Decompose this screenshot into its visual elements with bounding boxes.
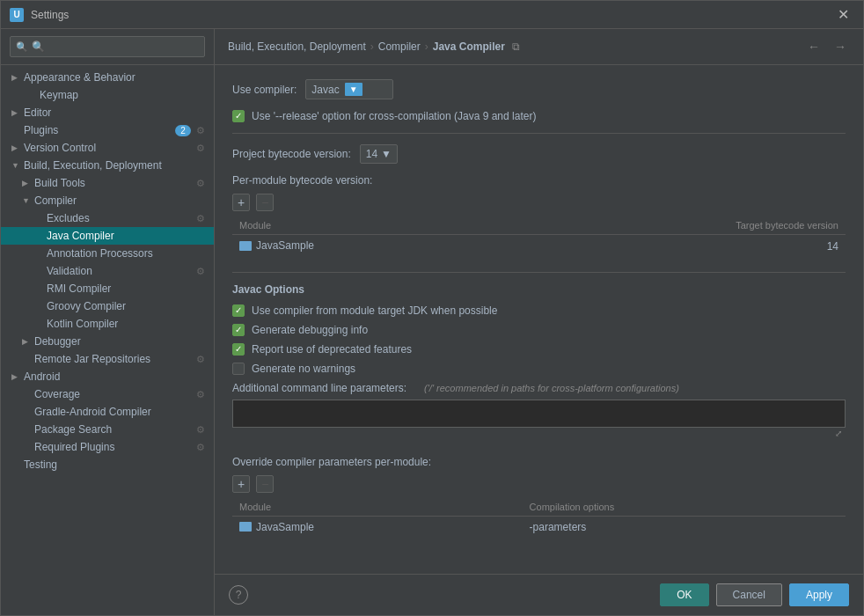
window-title: Settings (31, 9, 832, 21)
override-module-name: JavaSample (256, 521, 314, 533)
cmd-params-input[interactable] (232, 400, 846, 428)
sidebar-item-coverage[interactable]: Coverage ⚙ (1, 385, 214, 403)
sidebar-item-label: Version Control (24, 142, 96, 154)
sidebar-item-plugins[interactable]: Plugins 2 ⚙ (1, 121, 214, 139)
sidebar-item-build-tools[interactable]: ▶ Build Tools ⚙ (1, 174, 214, 192)
sidebar-item-remote-jar[interactable]: Remote Jar Repositories ⚙ (1, 350, 214, 368)
sidebar-item-required-plugins[interactable]: Required Plugins ⚙ (1, 438, 214, 456)
sidebar-item-debugger[interactable]: ▶ Debugger (1, 333, 214, 350)
bytecode-version-select[interactable]: 14 ▼ (360, 144, 398, 164)
cross-compile-label: Use '--release' option for cross-compila… (252, 110, 536, 122)
sidebar-item-gradle-android[interactable]: Gradle-Android Compiler (1, 403, 214, 421)
breadcrumb-current: Java Compiler (433, 40, 505, 53)
folder-icon (239, 241, 252, 251)
arrow-icon (34, 214, 43, 223)
override-options-cell: -parameters (523, 516, 846, 539)
cb4-checkbox[interactable] (232, 363, 245, 375)
back-button[interactable]: ← (804, 38, 824, 55)
cb4-label: Generate no warnings (252, 363, 355, 375)
cb1-row: ✓ Use compiler from module target JDK wh… (232, 304, 846, 317)
cross-compile-checkbox[interactable]: ✓ (232, 110, 245, 122)
sidebar-item-testing[interactable]: Testing (1, 456, 214, 473)
close-button[interactable]: ✕ (832, 4, 854, 25)
sidebar-item-excludes[interactable]: Excludes ⚙ (1, 209, 214, 227)
target-cell: 14 (497, 235, 846, 258)
gear-icon: ⚙ (196, 213, 205, 224)
gear-icon: ⚙ (196, 424, 205, 436)
arrow-icon (34, 284, 43, 293)
footer-left: ? (229, 585, 248, 605)
cb1-checkbox[interactable]: ✓ (232, 304, 245, 317)
breadcrumb-actions: ← → (804, 38, 850, 55)
gear-icon: ⚙ (196, 125, 205, 136)
compiler-dropdown-arrow[interactable]: ▼ (345, 83, 362, 96)
breadcrumb-bar: Build, Execution, Deployment › Compiler … (215, 29, 863, 65)
sidebar-item-label: Android (24, 370, 60, 383)
javac-options-title: Javac Options (232, 283, 846, 296)
sidebar-item-keymap[interactable]: Keymap (1, 86, 214, 104)
arrow-icon (34, 249, 43, 258)
sidebar-item-build-execution[interactable]: ▼ Build, Execution, Deployment (1, 157, 214, 174)
sidebar-item-java-compiler[interactable]: Java Compiler (1, 227, 214, 245)
settings-content: Use compiler: Javac ▼ ✓ Use '--release' … (215, 65, 863, 574)
apply-button[interactable]: Apply (789, 583, 849, 606)
cmd-params-row: Additional command line parameters: ('/'… (232, 382, 846, 394)
sidebar-item-label: Java Compiler (47, 230, 114, 242)
sidebar-item-package-search[interactable]: Package Search ⚙ (1, 421, 214, 438)
module-cell: JavaSample (232, 235, 497, 258)
bytecode-version-value: 14 (366, 148, 377, 160)
sidebar-item-label: Build, Execution, Deployment (24, 159, 162, 172)
expand-icon[interactable]: ⤢ (835, 429, 842, 438)
sidebar-item-annotation-processors[interactable]: Annotation Processors (1, 245, 214, 262)
app-icon-letter: U (13, 10, 19, 19)
per-module-header: Per-module bytecode version: (232, 174, 846, 187)
compiler-select[interactable]: Javac ▼ (305, 79, 393, 99)
sidebar-item-label: Annotation Processors (47, 247, 153, 260)
sidebar-item-android[interactable]: ▶ Android (1, 368, 214, 385)
use-compiler-label: Use compiler: (232, 84, 297, 96)
cb3-checkbox[interactable]: ✓ (232, 343, 245, 356)
arrow-icon (34, 231, 43, 240)
sidebar-item-label: Package Search (34, 423, 112, 436)
arrow-icon (11, 460, 20, 469)
help-icon: ? (236, 589, 242, 601)
breadcrumb-sep1: › (370, 40, 374, 53)
sidebar-item-appearance-behavior[interactable]: ▶ Appearance & Behavior (1, 69, 214, 86)
divider1 (232, 133, 846, 134)
plugins-badge: 2 (175, 125, 191, 136)
cb2-label: Generate debugging info (252, 324, 368, 336)
sidebar-item-validation[interactable]: Validation ⚙ (1, 262, 214, 280)
cmd-params-label: Additional command line parameters: (232, 382, 406, 394)
sidebar-item-groovy-compiler[interactable]: Groovy Compiler (1, 297, 214, 315)
sidebar-item-editor[interactable]: ▶ Editor (1, 104, 214, 121)
arrow-icon: ▶ (11, 108, 20, 117)
bytecode-version-row: Project bytecode version: 14 ▼ (232, 144, 846, 164)
arrow-icon: ▶ (11, 143, 20, 152)
arrow-icon: ▶ (22, 179, 31, 187)
gear-icon: ⚙ (196, 266, 205, 277)
checkmark-icon: ✓ (235, 112, 242, 121)
arrow-icon (22, 443, 31, 451)
cb3-row: ✓ Report use of deprecated features (232, 343, 846, 356)
add-override-button[interactable]: + (232, 475, 250, 493)
search-input[interactable] (10, 36, 205, 57)
ok-button[interactable]: OK (660, 583, 708, 606)
cb3-label: Report use of deprecated features (252, 343, 412, 356)
add-module-button[interactable]: + (232, 194, 250, 211)
sidebar-item-label: Build Tools (34, 177, 85, 189)
cancel-button[interactable]: Cancel (716, 583, 782, 606)
arrow-icon (34, 302, 43, 311)
sidebar-item-kotlin-compiler[interactable]: Kotlin Compiler (1, 315, 214, 333)
module-icon-wrap: JavaSample (239, 521, 314, 533)
help-button[interactable]: ? (229, 585, 248, 605)
cb2-checkbox[interactable]: ✓ (232, 324, 245, 336)
remove-module-button[interactable]: − (256, 194, 274, 211)
override-table: Module Compilation options JavaSample (232, 498, 846, 539)
remove-override-button[interactable]: − (256, 475, 274, 493)
sidebar-item-version-control[interactable]: ▶ Version Control ⚙ (1, 139, 214, 157)
cb1-label: Use compiler from module target JDK when… (252, 304, 497, 317)
sidebar-item-rmi-compiler[interactable]: RMI Compiler (1, 280, 214, 297)
sidebar-item-compiler[interactable]: ▼ Compiler (1, 192, 214, 209)
override-module-col-header: Module (232, 498, 523, 517)
forward-button[interactable]: → (831, 38, 850, 55)
